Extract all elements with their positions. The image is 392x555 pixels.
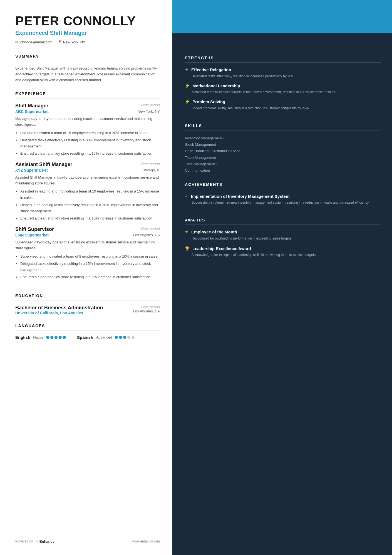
strength-2: ⚡ Motivational Leadership Motivated team…: [185, 83, 381, 95]
education-divider: [15, 300, 160, 300]
languages-row: English Native Spanish Advanced: [15, 335, 160, 340]
summary-section: SUMMARY Experienced Shift Manager with a…: [15, 54, 160, 83]
email-icon: ✉: [15, 40, 18, 44]
job-3-location: Los Angeles, CA: [133, 233, 160, 237]
edu-date: Date period: [133, 305, 160, 309]
lang-spanish-dots: [115, 336, 135, 339]
contact-row: ✉ johndoe@email.com 📍 New York, NY: [15, 40, 160, 44]
strengths-section: STRENGTHS ★ Effective Delegation Delegat…: [185, 56, 381, 115]
job-2-company: XYZ Supermarket: [15, 168, 48, 172]
job-1: Shift Manager Date period ABC Supermarke…: [15, 103, 160, 157]
language-spanish: Spanish Advanced: [77, 335, 135, 340]
award-2: 🏆 Leadership Excellence Award Acknowledg…: [185, 246, 381, 258]
job-1-date: Date period: [141, 103, 160, 107]
edu-school: University of California, Los Angeles: [15, 311, 103, 315]
job-2-bullet-2: Helped in delegating tasks effectively r…: [20, 202, 160, 214]
email-text: johndoe@email.com: [19, 40, 53, 44]
strength-3-desc: Solved problems swiftly, resulting in a …: [185, 106, 381, 111]
job-3-bullet-1: Supervised and motivated a team of 8 emp…: [20, 253, 160, 260]
job-1-company-row: ABC Supermarket New York, NY: [15, 109, 160, 114]
dot: [46, 336, 49, 339]
strength-3: ⚡ Problem Solving Solved problems swiftl…: [185, 99, 381, 111]
award-1-header: ★ Employee of the Month: [185, 229, 381, 235]
strength-1: ★ Effective Delegation Delegated tasks e…: [185, 67, 381, 79]
trophy-icon: 🏆: [185, 246, 190, 251]
dot: [50, 336, 53, 339]
language-english: English Native: [15, 335, 66, 340]
strength-2-header: ⚡ Motivational Leadership: [185, 83, 381, 89]
job-2-location: Chicago, IL: [142, 168, 160, 172]
skills-section: SKILLS Inventory Management · Stock Mana…: [185, 124, 381, 174]
dot: [127, 336, 130, 339]
job-3-company-row: LMN Supermarket Los Angeles, CA: [15, 233, 160, 237]
job-2-header: Assistant Shift Manager Date period: [15, 162, 160, 167]
job-3-title: Shift Supervisor: [15, 226, 54, 232]
award-1: ★ Employee of the Month Recognized for o…: [185, 229, 381, 241]
location-text: New York, NY: [63, 40, 85, 44]
job-3-bullet-3: Ensured a clean and tidy store resulting…: [20, 274, 160, 280]
achievement-1-title: Implementation of Inventory Management S…: [191, 194, 289, 199]
strength-1-desc: Delegated tasks effectively, resulting i…: [185, 74, 381, 79]
achievement-1-desc: Successfully implemented new inventory m…: [185, 200, 381, 205]
dot: [115, 336, 118, 339]
skills-title: SKILLS: [185, 124, 381, 128]
strength-2-title: Motivational Leadership: [192, 83, 240, 89]
dot: [63, 336, 66, 339]
job-3: Shift Supervisor Date period LMN Superma…: [15, 226, 160, 280]
job-3-company: LMN Supermarket: [15, 233, 49, 237]
powered-by: Powered by ∞ Enhancv: [15, 539, 54, 544]
languages-divider: [15, 330, 160, 330]
dot: [119, 336, 122, 339]
edu-degree: Bachelor of Business Administration: [15, 305, 103, 311]
job-1-header: Shift Manager Date period: [15, 103, 160, 109]
award-1-title: Employee of the Month: [191, 229, 237, 235]
summary-divider: [15, 61, 160, 61]
strength-2-desc: Motivated team to achieve targets in fas…: [185, 90, 381, 95]
awards-title: AWARDS: [185, 218, 381, 222]
experience-section: EXPERIENCE Shift Manager Date period ABC…: [15, 92, 160, 285]
award-2-header: 🏆 Leadership Excellence Award: [185, 246, 381, 251]
achievement-1-header: ✔ Implementation of Inventory Management…: [185, 194, 381, 199]
website-url: www.enhancv.com: [132, 539, 160, 543]
skill-line-2: Stock Management ·: [185, 141, 381, 148]
location-contact: 📍 New York, NY: [58, 40, 85, 44]
resume-header: PETER CONNOLLY Experienced Shift Manager…: [15, 14, 160, 44]
job-1-bullets: Led and motivated a team of 15 employees…: [15, 130, 160, 157]
job-1-title: Shift Manager: [15, 103, 48, 109]
awards-divider: [185, 225, 381, 225]
job-2-bullet-3: Ensured a clean and tidy store resulting…: [20, 215, 160, 221]
achievement-1: ✔ Implementation of Inventory Management…: [185, 194, 381, 205]
lang-spanish-name: Spanish: [77, 335, 93, 340]
strengths-divider: [185, 62, 381, 63]
job-1-location: New York, NY: [138, 109, 160, 114]
lang-english-level: Native: [33, 335, 43, 339]
skill-line-5: Time Management ·: [185, 161, 381, 167]
skill-line-4: Team Management ·: [185, 154, 381, 161]
job-2-desc: Assisted Shift Manager in day-to-day ope…: [15, 175, 160, 186]
lang-english-dots: [46, 336, 66, 339]
education-title: EDUCATION: [15, 293, 160, 298]
job-2-bullet-1: Assisted in leading and motivating a tea…: [20, 188, 160, 201]
languages-section: LANGUAGES English Native Spanish: [15, 324, 160, 340]
job-2-date: Date period: [141, 162, 160, 166]
job-2-company-row: XYZ Supermarket Chicago, IL: [15, 168, 160, 172]
skills-list: Inventory Management · Stock Management …: [185, 135, 381, 174]
strength-3-header: ⚡ Problem Solving: [185, 99, 381, 105]
job-3-header: Shift Supervisor Date period: [15, 226, 160, 232]
job-2-bullets: Assisted in leading and motivating a tea…: [15, 188, 160, 221]
summary-title: SUMMARY: [15, 54, 160, 58]
right-panel: STRENGTHS ★ Effective Delegation Delegat…: [172, 0, 392, 555]
education-section: EDUCATION Bachelor of Business Administr…: [15, 293, 160, 315]
achievements-title: ACHIEVEMENTS: [185, 182, 381, 187]
job-1-company: ABC Supermarket: [15, 109, 49, 114]
experience-divider: [15, 98, 160, 98]
strengths-title: STRENGTHS: [185, 56, 381, 60]
awards-section: AWARDS ★ Employee of the Month Recognize…: [185, 218, 381, 262]
strength-1-title: Effective Delegation: [191, 67, 231, 73]
skill-line-6: Communication: [185, 167, 381, 174]
achievements-section: ACHIEVEMENTS ✔ Implementation of Invento…: [185, 182, 381, 210]
achievements-divider: [185, 189, 381, 189]
summary-text: Experienced Shift Manager with a track r…: [15, 65, 160, 83]
dot: [123, 336, 126, 339]
job-3-bullets: Supervised and motivated a team of 8 emp…: [15, 253, 160, 280]
